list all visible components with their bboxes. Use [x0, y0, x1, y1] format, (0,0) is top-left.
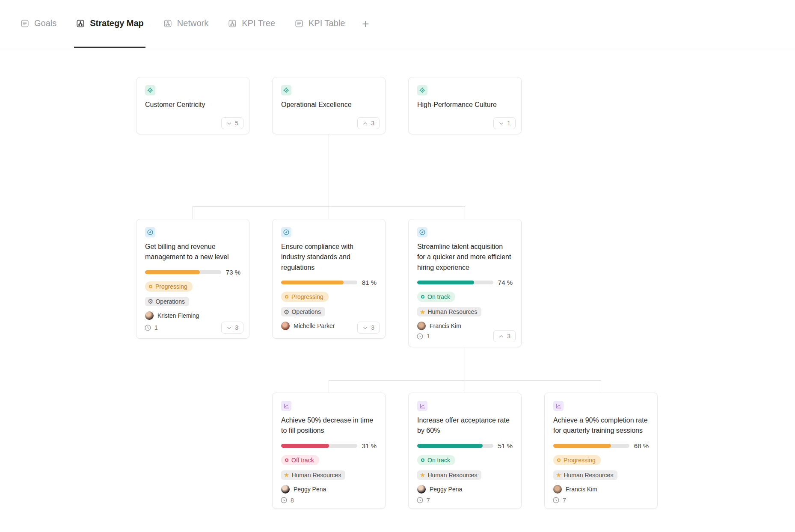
- chevron-down-icon: [498, 121, 504, 126]
- strategy-map-screen: GoalsStrategy MapNetworkKPI TreeKPI Tabl…: [0, 0, 795, 532]
- progress-row: 51 %: [417, 442, 513, 449]
- status-badge[interactable]: Progressing: [145, 281, 193, 292]
- card-footer: 8: [280, 497, 380, 504]
- goal-card[interactable]: High-Performance Culture1: [408, 77, 522, 134]
- status-label: Progressing: [155, 283, 187, 290]
- card-owner[interactable]: Peggy Pena: [417, 485, 513, 494]
- expand-children-button[interactable]: 3: [493, 330, 516, 342]
- owner-name: Francis Kim: [430, 322, 461, 329]
- progress-value: 51 %: [498, 442, 513, 449]
- connector-line: [465, 347, 465, 380]
- gear-icon: ⚙: [284, 309, 289, 315]
- connector-line: [329, 206, 329, 219]
- progress-row: 81 %: [281, 279, 377, 286]
- chevron-down-icon: [226, 121, 232, 126]
- chevron-down-icon: [226, 325, 232, 331]
- progress-row: 31 %: [281, 442, 377, 449]
- expand-children-button[interactable]: 3: [357, 117, 380, 129]
- team-tag[interactable]: ★Human Resources: [281, 470, 345, 480]
- check-in-count: 1: [416, 333, 430, 340]
- owner-name: Peggy Pena: [430, 486, 462, 493]
- card-title: Increase offer acceptance rate by 60%: [417, 415, 513, 436]
- goal-card[interactable]: Operational Excellence3: [272, 77, 386, 134]
- progress-bar: [281, 444, 357, 448]
- status-badge[interactable]: Progressing: [553, 455, 601, 465]
- progress-bar: [553, 444, 629, 448]
- expand-children-button[interactable]: 1: [493, 117, 516, 129]
- line-chart-icon: [417, 401, 427, 411]
- team-tag[interactable]: ⚙Operations: [145, 297, 189, 306]
- team-label: Operations: [291, 308, 320, 315]
- card-owner[interactable]: Peggy Pena: [281, 485, 377, 494]
- gear-icon: ⚙: [148, 298, 153, 304]
- avatar: [145, 311, 154, 320]
- card-title: Operational Excellence: [281, 100, 377, 110]
- card-title: Achieve a 90% completion rate for quarte…: [553, 415, 649, 436]
- kpi-card[interactable]: Achieve a 90% completion rate for quarte…: [544, 393, 658, 509]
- status-ring-icon: [285, 458, 288, 462]
- expand-children-button[interactable]: 3: [357, 322, 380, 334]
- team-tag[interactable]: ★Human Resources: [417, 307, 481, 316]
- progress-bar: [417, 444, 493, 448]
- card-title: High-Performance Culture: [417, 100, 513, 110]
- star-icon: ★: [420, 309, 425, 315]
- star-icon: ★: [284, 472, 289, 478]
- kpi-card[interactable]: Achieve 50% decrease in time to fill pos…: [272, 393, 386, 509]
- expand-children-button[interactable]: 3: [221, 322, 243, 334]
- status-badge[interactable]: On track: [417, 455, 455, 465]
- team-label: Human Resources: [564, 472, 613, 479]
- owner-name: Kristen Fleming: [157, 312, 199, 319]
- card-owner[interactable]: Francis Kim: [553, 485, 649, 494]
- star-icon: ★: [556, 472, 561, 478]
- clock-icon: [416, 333, 424, 340]
- team-label: Human Resources: [427, 308, 477, 315]
- avatar: [553, 485, 562, 494]
- progress-row: 73 %: [145, 269, 240, 276]
- expand-children-button[interactable]: 5: [221, 117, 243, 129]
- card-footer: 3: [280, 117, 380, 129]
- connector-line: [329, 134, 329, 206]
- check-in-count: 7: [552, 497, 566, 504]
- team-tag[interactable]: ★Human Resources: [417, 470, 481, 480]
- card-title: Streamline talent acquisition for a quic…: [417, 242, 513, 273]
- check-in-count: 1: [144, 324, 158, 331]
- status-badge[interactable]: Off track: [281, 455, 319, 465]
- goal-card[interactable]: Customer Centricity5: [136, 77, 249, 134]
- team-tag[interactable]: ⚙Operations: [281, 307, 325, 316]
- progress-row: 68 %: [553, 442, 649, 449]
- connector-line: [601, 380, 601, 393]
- status-ring-icon: [285, 295, 288, 299]
- clock-icon: [416, 497, 424, 504]
- card-footer: 13: [416, 330, 516, 342]
- strategy-map-canvas[interactable]: Customer Centricity5Operational Excellen…: [0, 0, 795, 532]
- status-ring-icon: [421, 295, 424, 299]
- status-badge[interactable]: Progressing: [281, 292, 329, 302]
- kpi-card[interactable]: Increase offer acceptance rate by 60%51 …: [408, 393, 522, 509]
- clock-icon: [144, 324, 151, 331]
- status-label: On track: [427, 293, 450, 300]
- status-ring-icon: [149, 285, 152, 288]
- card-owner[interactable]: Kristen Fleming: [145, 311, 240, 320]
- owner-name: Peggy Pena: [294, 486, 326, 493]
- connector-line: [465, 206, 465, 219]
- clock-icon: [280, 497, 288, 504]
- avatar: [417, 322, 426, 330]
- card-owner[interactable]: Francis Kim: [417, 322, 513, 330]
- status-label: Off track: [291, 457, 314, 464]
- objective-card[interactable]: Streamline talent acquisition for a quic…: [408, 219, 522, 347]
- check-in-count: 8: [280, 497, 294, 504]
- objective-card[interactable]: Ensure compliance with industry standard…: [272, 219, 386, 339]
- team-label: Human Resources: [427, 472, 477, 479]
- target-diamond-icon: [145, 85, 155, 95]
- progress-fill: [417, 444, 483, 448]
- team-tag[interactable]: ★Human Resources: [553, 470, 617, 480]
- avatar: [417, 485, 426, 494]
- connector-line: [329, 380, 329, 393]
- card-title: Customer Centricity: [145, 100, 240, 110]
- status-label: Progressing: [291, 293, 323, 300]
- status-badge[interactable]: On track: [417, 292, 455, 302]
- objective-card[interactable]: Get billing and revenue management to a …: [136, 219, 249, 339]
- progress-value: 74 %: [498, 279, 513, 286]
- target-diamond-icon: [417, 85, 427, 95]
- card-title: Get billing and revenue management to a …: [145, 242, 240, 263]
